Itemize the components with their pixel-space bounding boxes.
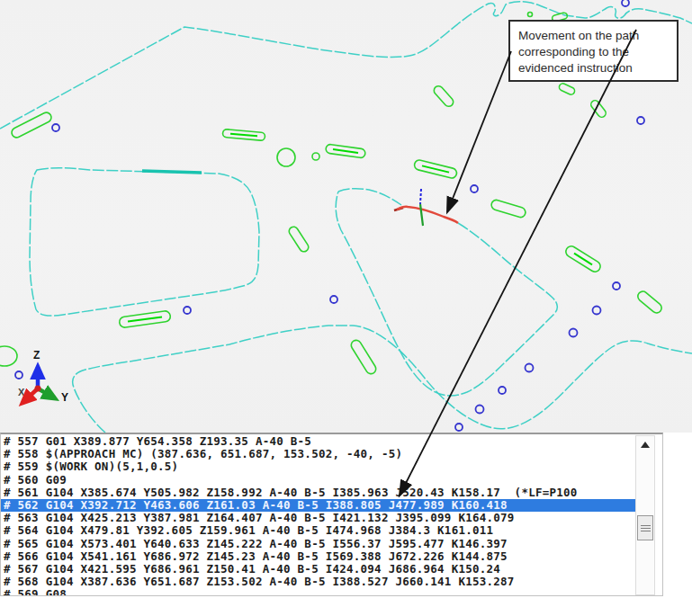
scrollbar[interactable] (635, 435, 655, 595)
axis-triad: X Z Y (18, 349, 68, 404)
slot-inner-passes (128, 134, 592, 322)
gcode-line[interactable]: # 559 $(WORK ON)(5,1,0.5) (1, 460, 636, 473)
axis-z-label: Z (33, 349, 40, 362)
cam-simulation-screen: { "viewport": { "axis_labels": { "z": "Z… (0, 0, 692, 616)
gcode-line[interactable]: # 557 G01 X389.877 Y654.358 Z193.35 A-40… (1, 435, 636, 448)
gcode-line[interactable]: # 561 G104 X385.674 Y505.982 Z158.992 A-… (1, 487, 636, 499)
triangle-up-icon (641, 442, 650, 448)
grip-lines-icon (641, 525, 651, 526)
axis-y-label: Y (61, 391, 68, 404)
gcode-line[interactable]: # 568 G104 X387.636 Y651.687 Z153.502 A-… (1, 576, 636, 588)
gcode-line[interactable]: # 560 G09 (1, 474, 636, 487)
gcode-line[interactable]: # 565 G104 X573.401 Y640.633 Z145.222 A-… (1, 538, 636, 550)
gcode-line-highlighted[interactable]: # 562 G104 X392.712 Y463.606 Z161.03 A-4… (1, 499, 636, 512)
gcode-line[interactable]: # 558 $(APPROACH MC) (387.636, 651.687, … (1, 448, 636, 460)
toolpath-teal-segment (142, 171, 202, 173)
scroll-up-button[interactable] (636, 438, 654, 451)
toolpath-hairpin-lower (336, 192, 557, 396)
gcode-line[interactable]: # 566 G104 X541.161 Y686.972 Z145.23 A-4… (1, 550, 636, 563)
toolpath-hairpin-upper (338, 189, 401, 205)
toolpath-left-pocket (30, 168, 259, 316)
gcode-line[interactable]: # 564 G104 X479.81 Y392.605 Z159.961 A-4… (1, 524, 636, 537)
annotation-line-1: Movement on the path (518, 28, 677, 44)
highlighted-path-segment[interactable] (394, 207, 458, 223)
annotation-callout: Movement on the path corresponding to th… (508, 20, 679, 82)
gcode-line-list: # 557 G01 X389.877 Y654.358 Z193.35 A-40… (1, 435, 636, 596)
gcode-line[interactable]: # 567 G104 X421.595 Y686.961 Z150.41 A-4… (1, 563, 636, 576)
scrollbar-thumb[interactable] (637, 515, 653, 540)
gcode-line[interactable]: # 563 G104 X425.213 Y387.981 Z164.407 A-… (1, 512, 636, 524)
toolpath-bottom-boundary (73, 326, 692, 433)
gcode-line[interactable]: # 569 G08 (1, 588, 636, 596)
axis-x-label: X (18, 387, 25, 397)
annotation-line-3: evidenced instruction (518, 60, 677, 76)
tool-position-marker (420, 189, 423, 226)
annotation-line-2: corresponding to the (518, 44, 677, 60)
gcode-panel[interactable]: # 557 G01 X389.877 Y654.358 Z193.35 A-40… (0, 433, 663, 596)
